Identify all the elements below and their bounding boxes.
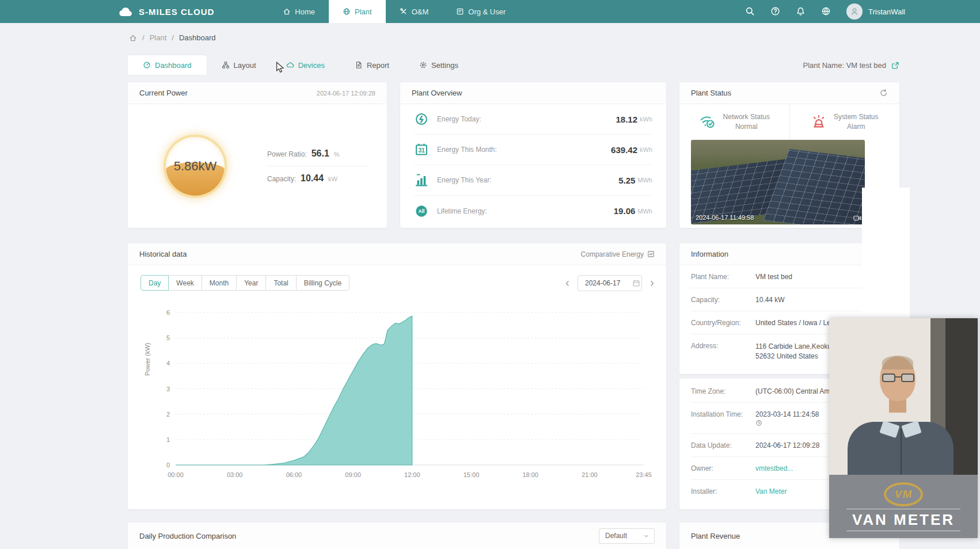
comparison-select[interactable]: Default [599,528,655,544]
nav-right: TristanWall [745,3,905,20]
daily-production-comparison-card: Daily Production Comparison Default [128,523,666,549]
energy-month-icon: 31 [414,142,437,157]
period-total[interactable]: Total [265,275,296,291]
info-row-capacity: Capacity: 10.44 kW [691,288,888,311]
power-gauge: 5.86kW [164,135,227,198]
period-year[interactable]: Year [236,275,266,291]
svg-text:3: 3 [166,386,170,392]
date-picker[interactable] [578,275,642,291]
period-billing-cycle[interactable]: Billing Cycle [296,275,350,291]
comparative-energy-link[interactable]: Comparative Energy [581,250,655,258]
van-meter-logo: VM VAN METER [829,475,978,538]
date-navigator [564,275,656,291]
vm-monogram: VM [884,482,923,506]
lifetime-energy-row: All Lifetime Energy: 19.06 MWh [414,196,652,226]
comparative-energy-icon [647,250,655,258]
svg-text:1: 1 [166,436,170,443]
power-ratio-row: Power Ratio: 56.1 % [267,142,368,166]
webcam-video [829,318,978,475]
info-row-plant-name: Plant Name: VM test bed [691,265,888,288]
help-icon[interactable] [770,6,781,17]
tab-layout[interactable]: Layout [207,55,271,75]
system-status: System StatusAlarm [790,104,900,140]
tab-report[interactable]: Report [340,55,404,75]
settings-icon [419,61,427,69]
dashboard-icon [143,61,151,69]
period-month[interactable]: Month [202,275,237,291]
switch-plant-icon[interactable] [891,61,899,70]
svg-text:6: 6 [166,309,170,316]
breadcrumb-home-icon[interactable] [129,34,137,42]
van-meter-wordmark: VAN METER [852,511,955,528]
person-torso [848,422,954,475]
prev-date-icon[interactable] [564,280,571,287]
date-input[interactable] [585,279,628,287]
top-navbar: S-MILES CLOUD Home Plant O&M Org & User … [0,0,980,23]
svg-text:2: 2 [166,411,170,418]
card-title: Daily Production Comparison [139,532,236,540]
energy-year-row: Energy This Year: 5.25 MWh [414,165,652,196]
svg-text:4: 4 [166,360,170,367]
mouse-cursor [275,62,285,74]
plant-overview-card: Plant Overview Energy Today: 18.12 kWh 3… [400,82,666,228]
svg-text:31: 31 [418,147,425,154]
glasses-icon [882,373,914,383]
breadcrumb-plant[interactable]: Plant [150,33,167,42]
nav-item-org-user[interactable]: Org & User [442,0,519,23]
plant-selector[interactable]: Plant Name: VM test bed [803,61,899,70]
nav-item-plant[interactable]: Plant [329,0,386,23]
camera-icon[interactable] [853,215,861,222]
production-area-chart[interactable]: 012345600:0003:0006:0009:0012:0015:0018:… [150,306,656,478]
search-icon[interactable] [745,6,755,17]
layout-icon [222,61,230,69]
energy-today-row: Energy Today: 18.12 kWh [414,104,652,135]
nav-item-home[interactable]: Home [269,0,329,23]
capacity-row: Capacity: 10.44 kW [267,166,368,190]
svg-text:03:00: 03:00 [227,471,243,478]
svg-text:21:00: 21:00 [582,471,598,478]
plant-photo[interactable]: 2024-06-17 11:49:58 [691,140,865,224]
tab-settings[interactable]: Settings [404,55,473,75]
energy-month-row: 31 Energy This Month: 639.42 kWh [414,135,652,165]
svg-text:06:00: 06:00 [286,471,302,478]
brand-name: S-MILES CLOUD [139,7,214,17]
svg-text:23:45: 23:45 [636,471,652,478]
user-avatar-icon[interactable] [846,3,863,20]
card-title: Plant Revenue [691,532,740,540]
bell-icon[interactable] [796,6,806,17]
home-icon [283,7,291,16]
card-title: Current Power [139,89,188,97]
lifetime-energy-icon: All [414,204,437,219]
report-icon [355,61,363,69]
photo-timestamp: 2024-06-17 11:49:58 [696,214,754,221]
chevron-down-icon [643,533,649,539]
org-user-icon [456,7,464,16]
language-icon[interactable] [821,6,831,17]
user-name[interactable]: TristanWall [868,7,905,16]
tab-dashboard[interactable]: Dashboard [128,55,207,75]
svg-text:0: 0 [166,462,170,468]
card-title: Historical data [139,250,187,258]
refresh-icon[interactable] [879,89,888,97]
breadcrumb: / Plant / Dashboard [129,33,216,42]
cloud-logo-icon [118,6,133,17]
svg-text:All: All [419,208,425,214]
current-power-card: Current Power 2024-06-17 12:09:28 5.86kW… [128,82,387,228]
devices-icon [286,61,294,69]
blank-overlay-panel [862,188,910,318]
period-day[interactable]: Day [140,275,169,291]
breadcrumb-dashboard: Dashboard [179,33,216,42]
calendar-icon [632,279,640,287]
period-segmented-control: Day Week Month Year Total Billing Cycle [140,275,350,291]
network-status: Network StatusNormal [679,104,790,140]
nav-item-om[interactable]: O&M [386,0,443,23]
card-title: Plant Overview [412,89,462,97]
webcam-overlay: VM VAN METER [829,318,978,538]
nav-menu: Home Plant O&M Org & User [269,0,519,23]
svg-text:5: 5 [166,334,170,341]
globe-icon [343,7,351,16]
page-tabs: Dashboard Layout Devices Report Settings… [128,55,899,75]
historical-data-card: Historical data Comparative Energy Day W… [128,243,666,509]
period-week[interactable]: Week [168,275,202,291]
next-date-icon[interactable] [648,280,656,287]
